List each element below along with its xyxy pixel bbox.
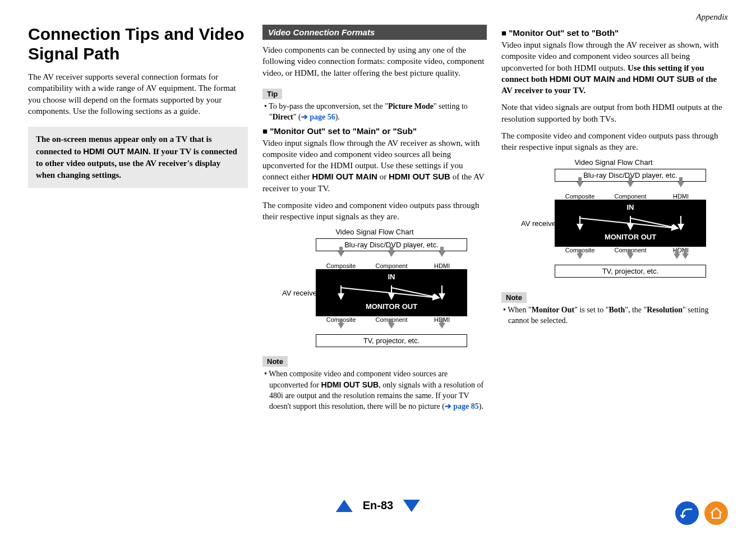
subheading-main-sub: "Monitor Out" set to "Main" or "Sub" — [262, 126, 487, 136]
down-arrow-icon — [388, 251, 395, 257]
flow-sig-composite: Composite — [555, 193, 605, 200]
svg-line-3 — [341, 288, 438, 298]
tip-bullet: To by-pass the upconversion, set the "Pi… — [262, 102, 487, 123]
svg-line-9 — [630, 218, 678, 228]
flowchart-title-1: Video Signal Flow Chart — [262, 228, 487, 236]
tip-label: Tip — [262, 89, 282, 99]
flow-dest-box: TV, projector, etc. — [555, 265, 706, 278]
note-body-2: When "Monitor Out" is set to "Both", the… — [501, 305, 726, 326]
both-paragraph-2: Note that video signals are output from … — [501, 102, 726, 124]
down-arrow-icon — [577, 182, 583, 187]
both-paragraph-3: The composite video and component video … — [501, 130, 726, 153]
page-number: En-83 — [363, 499, 393, 512]
flow-sig-component: Component — [605, 193, 656, 200]
callout-box: The on-screen menus appear only on a TV … — [28, 127, 248, 188]
flow-receiver-box: IN MONITOR OUT — [316, 269, 467, 316]
home-button[interactable] — [704, 501, 728, 525]
down-arrow-icon — [627, 182, 634, 187]
sub1-paragraph-2: The composite video and component video … — [262, 200, 487, 223]
flowchart-main-sub: Blu-ray Disc/DVD player, etc. Composite … — [282, 238, 467, 347]
note-body-1: When composite video and component video… — [262, 369, 487, 412]
page-title: Connection Tips and Video Signal Path — [28, 25, 248, 63]
flow-out-label: MONITOR OUT — [316, 301, 467, 314]
down-arrow-icon — [439, 251, 445, 257]
tip-page-link[interactable]: page 56 — [310, 113, 335, 121]
column-3: "Monitor Out" set to "Both" Video input … — [501, 25, 726, 412]
back-arrow-icon — [680, 506, 694, 520]
note-page-link[interactable]: page 85 — [453, 402, 479, 411]
flow-sig-hdmi: HDMI — [656, 193, 706, 200]
next-page-button[interactable] — [403, 500, 420, 512]
flow-out-label: MONITOR OUT — [555, 232, 706, 245]
down-arrow-icon — [439, 323, 445, 329]
prev-page-button[interactable] — [336, 500, 353, 512]
note-label-2: Note — [501, 292, 527, 303]
flow-dest-box: TV, projector, etc. — [316, 334, 467, 347]
down-arrow-icon — [388, 323, 395, 329]
down-arrow-icon — [577, 253, 583, 259]
back-button[interactable] — [675, 501, 699, 525]
flowchart-title-2: Video Signal Flow Chart — [501, 158, 726, 167]
sub1-paragraph-1: Video input signals flow through the AV … — [262, 137, 487, 194]
column-2: Video Connection Formats Video component… — [262, 25, 487, 412]
flow-in-label: IN — [316, 271, 467, 284]
down-arrow-icon — [682, 253, 689, 259]
flow-out-hdmi: HDMI — [656, 247, 706, 253]
flowchart-both: Blu-ray Disc/DVD player, etc. Composite … — [521, 169, 706, 278]
av-receiver-label: AV receiver — [521, 219, 558, 228]
appendix-label: Appendix — [696, 12, 728, 22]
section-heading: Video Connection Formats — [262, 25, 487, 40]
intro-paragraph: The AV receiver supports several connect… — [28, 71, 248, 117]
down-arrow-icon — [677, 182, 684, 187]
flow-receiver-box: IN MONITOR OUT — [555, 200, 706, 247]
flow-sig-component: Component — [366, 262, 417, 269]
down-arrow-icon — [627, 253, 634, 259]
down-arrow-icon — [338, 323, 344, 329]
flow-sig-composite: Composite — [316, 262, 366, 269]
flow-in-label: IN — [555, 202, 706, 215]
svg-line-8 — [580, 218, 677, 228]
page-footer: En-83 — [0, 499, 756, 525]
vcf-paragraph: Video components can be connected by usi… — [262, 44, 487, 79]
av-receiver-label: AV receiver — [282, 289, 319, 297]
note-label-1: Note — [262, 356, 288, 367]
subheading-both: "Monitor Out" set to "Both" — [501, 28, 726, 38]
svg-line-4 — [391, 288, 439, 298]
home-icon — [709, 506, 723, 520]
flow-sig-hdmi: HDMI — [417, 262, 467, 269]
down-arrow-icon — [338, 251, 344, 257]
callout-hdmi-main: HDMI OUT MAIN. — [83, 146, 151, 156]
column-1: Connection Tips and Video Signal Path Th… — [28, 25, 248, 412]
down-arrow-icon — [674, 253, 680, 259]
both-paragraph-1: Video input signals flow through the AV … — [501, 39, 726, 96]
